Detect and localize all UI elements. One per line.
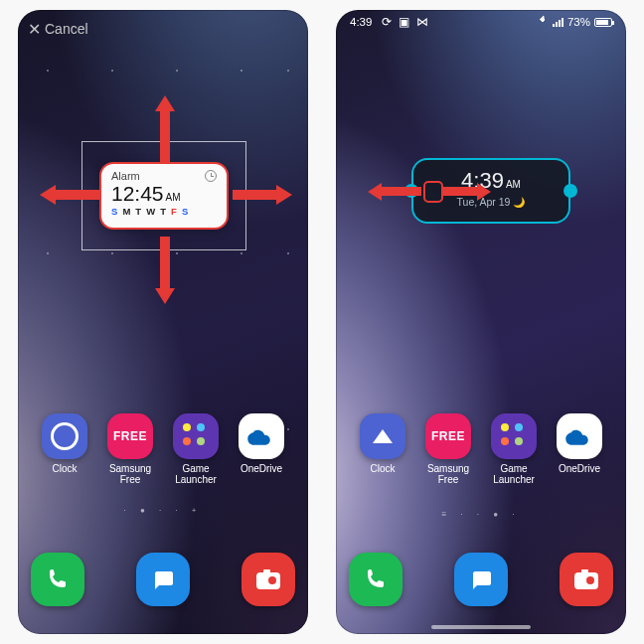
messages-app[interactable]: [454, 553, 508, 606]
clock-icon: [42, 413, 87, 459]
battery-icon: [594, 18, 612, 27]
phone-app[interactable]: [349, 553, 402, 606]
battery-percent: 73%: [567, 16, 590, 28]
alarm-clock-icon: [205, 170, 217, 182]
alarm-time: 12:45AM: [111, 182, 217, 206]
dock: [18, 553, 308, 610]
app-game-launcher[interactable]: Game Launcher: [484, 413, 544, 485]
app-onedrive[interactable]: OneDrive: [232, 413, 291, 485]
app-onedrive[interactable]: OneDrive: [550, 413, 609, 485]
moon-icon: 🌙: [513, 197, 525, 208]
resize-handle-right[interactable]: [564, 184, 577, 198]
page-indicator[interactable]: · ● · · +: [18, 506, 308, 515]
home-app-row: Clock FREESamsung Free Game Launcher One…: [18, 413, 308, 485]
phone-right-home: 4:39 ⟳ ▣ ⋈ 73% 4:39AM Tue, Apr 19🌙 Clock…: [336, 10, 626, 634]
cancel-button[interactable]: ✕ Cancel: [18, 10, 308, 48]
phone-app[interactable]: [31, 553, 84, 606]
alarm-days: S M T W T F S: [111, 206, 217, 217]
svg-point-1: [268, 576, 276, 584]
svg-rect-3: [574, 572, 598, 589]
home-app-row: Clock FREESamsung Free Game Launcher One…: [336, 413, 626, 485]
onedrive-icon: [239, 413, 284, 459]
app-clock[interactable]: Clock: [353, 413, 412, 485]
clock-icon: [360, 413, 405, 459]
cancel-label: Cancel: [45, 21, 88, 37]
camera-app[interactable]: [242, 553, 295, 606]
status-time: 4:39: [350, 16, 372, 28]
page-indicator[interactable]: ≡ · · ● ·: [336, 510, 626, 519]
dock: [336, 553, 626, 610]
status-icons-left: ⟳ ▣ ⋈: [382, 16, 430, 28]
app-samsung-free[interactable]: FREESamsung Free: [100, 413, 160, 485]
phone-left-widget-resize: ✕ Cancel Alarm 12:45AM S M T W T F S Clo…: [18, 10, 308, 634]
game-launcher-icon: [173, 413, 219, 459]
close-icon: ✕: [28, 20, 41, 39]
svg-rect-2: [263, 569, 270, 573]
messages-app[interactable]: [136, 553, 190, 606]
svg-rect-0: [256, 572, 280, 589]
app-clock[interactable]: Clock: [35, 413, 94, 485]
alarm-widget-title: Alarm: [111, 170, 140, 182]
game-launcher-icon: [491, 413, 537, 459]
wifi-icon: [537, 18, 549, 27]
samsung-free-icon: FREE: [425, 413, 471, 459]
callout-ring-annotation: [423, 181, 443, 203]
app-game-launcher[interactable]: Game Launcher: [166, 413, 226, 485]
signal-icon: [553, 18, 564, 27]
status-bar: 4:39 ⟳ ▣ ⋈ 73%: [336, 10, 626, 34]
app-samsung-free[interactable]: FREESamsung Free: [418, 413, 478, 485]
camera-app[interactable]: [560, 553, 613, 606]
svg-rect-5: [581, 569, 588, 573]
samsung-free-icon: FREE: [107, 413, 153, 459]
alarm-widget[interactable]: Alarm 12:45AM S M T W T F S: [99, 162, 229, 230]
onedrive-icon: [557, 413, 602, 459]
gesture-bar[interactable]: [431, 625, 531, 629]
svg-point-4: [586, 576, 594, 584]
